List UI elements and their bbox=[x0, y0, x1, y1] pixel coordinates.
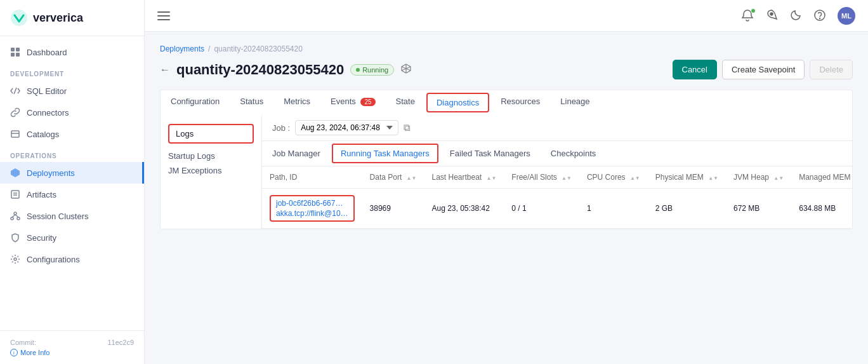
breadcrumb: Deployments / quantity-20240823055420 bbox=[160, 44, 853, 53]
svg-rect-4 bbox=[16, 53, 20, 57]
main-content: ML Deployments / quantity-20240823055420… bbox=[145, 0, 868, 364]
col-managed-mem: Managed MEM ▲▼ bbox=[791, 166, 852, 189]
user-avatar[interactable]: ML bbox=[838, 7, 855, 25]
header-actions: Cancel Create Savepoint Delete bbox=[673, 60, 853, 79]
sidebar-item-dashboard[interactable]: Dashboard bbox=[0, 41, 144, 63]
tab-diagnostics[interactable]: Diagnostics bbox=[426, 93, 489, 112]
topbar-right: ML bbox=[741, 7, 855, 25]
sidebar-item-dashboard-label: Dashboard bbox=[27, 48, 67, 57]
sort-cpu-cores[interactable]: ▲▼ bbox=[630, 176, 640, 181]
table-body: job-0c6f26b6-667… akka.tcp://flink@10… 3… bbox=[262, 189, 852, 229]
path-link[interactable]: job-0c6f26b6-667… bbox=[276, 199, 348, 208]
sort-data-port[interactable]: ▲▼ bbox=[407, 176, 417, 181]
main-tabs: Configuration Status Metrics Events 25 S… bbox=[160, 90, 853, 115]
link-icon bbox=[10, 107, 20, 118]
sort-free-slots[interactable]: ▲▼ bbox=[562, 176, 572, 181]
logo-text: ververica bbox=[33, 11, 83, 25]
id-link[interactable]: akka.tcp://flink@10… bbox=[276, 209, 348, 218]
notification-button[interactable] bbox=[741, 9, 755, 23]
svg-rect-6 bbox=[11, 131, 19, 137]
sidebar-navigation: Dashboard DEVELOPMENT SQL Editor Connect… bbox=[0, 36, 144, 330]
startup-logs-label: Startup Logs bbox=[168, 151, 215, 161]
startup-logs-item[interactable]: Startup Logs bbox=[161, 147, 261, 163]
commit-label: Commit: bbox=[10, 339, 36, 346]
job-selector-row: Job : Aug 23, 2024, 06:37:48 ⧉ bbox=[262, 115, 852, 141]
tab-status[interactable]: Status bbox=[230, 90, 273, 116]
sidebar-item-security-label: Security bbox=[27, 233, 56, 243]
create-savepoint-button[interactable]: Create Savepoint bbox=[722, 60, 805, 79]
sort-jvm-heap[interactable]: ▲▼ bbox=[773, 176, 784, 181]
delete-button[interactable]: Delete bbox=[810, 60, 853, 79]
col-free-all-slots: Free/All Slots ▲▼ bbox=[504, 166, 579, 189]
grid-icon bbox=[10, 47, 20, 57]
rocket-button[interactable] bbox=[765, 9, 779, 23]
sidebar-item-configurations[interactable]: Configurations bbox=[0, 248, 144, 270]
section-label-operations: OPERATIONS bbox=[0, 145, 144, 162]
col-jvm-heap: JVM Heap ▲▼ bbox=[726, 166, 791, 189]
sub-tab-checkpoints[interactable]: Checkpoints bbox=[541, 144, 607, 163]
commit-value: 11ec2c9 bbox=[107, 339, 134, 346]
more-info-link[interactable]: i More Info bbox=[10, 349, 134, 356]
sidebar-footer: Commit: 11ec2c9 i More Info bbox=[0, 330, 144, 364]
jm-exceptions-item[interactable]: JM Exceptions bbox=[161, 163, 261, 178]
sidebar-item-deployments[interactable]: Deployments bbox=[0, 162, 144, 184]
diagnostics-panel: Logs Startup Logs JM Exceptions Job : Au… bbox=[160, 115, 853, 229]
logs-section: Logs bbox=[161, 120, 261, 147]
sidebar-item-security[interactable]: Security bbox=[0, 227, 144, 248]
job-label: Job : bbox=[272, 123, 290, 133]
cube-icon[interactable] bbox=[400, 63, 412, 76]
table-header: Path, ID Data Port ▲▼ Last Heartbeat ▲▼ bbox=[262, 166, 852, 189]
task-managers-table: Path, ID Data Port ▲▼ Last Heartbeat ▲▼ bbox=[262, 166, 852, 229]
breadcrumb-parent[interactable]: Deployments bbox=[160, 44, 204, 53]
svg-rect-1 bbox=[11, 48, 15, 51]
notification-dot bbox=[751, 8, 756, 13]
sidebar-item-catalogs[interactable]: Catalogs bbox=[0, 123, 144, 145]
menu-toggle-button[interactable] bbox=[157, 11, 170, 20]
status-label: Running bbox=[362, 66, 388, 74]
sidebar-item-artifacts[interactable]: Artifacts bbox=[0, 184, 144, 205]
tab-lineage[interactable]: Lineage bbox=[550, 90, 600, 116]
cell-data-port: 38969 bbox=[362, 189, 424, 229]
svg-rect-3 bbox=[11, 53, 15, 57]
sub-tabs: Job Manager Running Task Managers Failed… bbox=[262, 141, 852, 166]
cancel-button[interactable]: Cancel bbox=[673, 60, 717, 79]
svg-text:i: i bbox=[13, 350, 15, 356]
info-icon: i bbox=[10, 349, 18, 356]
tab-metrics[interactable]: Metrics bbox=[273, 90, 320, 116]
col-data-port: Data Port ▲▼ bbox=[362, 166, 424, 189]
code-icon bbox=[10, 86, 20, 96]
page-title-row: ← quantity-20240823055420 Running bbox=[160, 62, 412, 78]
sub-tab-failed-task-managers[interactable]: Failed Task Managers bbox=[440, 144, 541, 163]
breadcrumb-separator: / bbox=[208, 44, 210, 53]
commit-row: Commit: 11ec2c9 bbox=[10, 339, 134, 346]
back-button[interactable]: ← bbox=[160, 64, 170, 76]
logs-button[interactable]: Logs bbox=[168, 124, 254, 144]
copy-button[interactable]: ⧉ bbox=[404, 122, 411, 133]
svg-line-5 bbox=[14, 88, 16, 94]
page-title: quantity-20240823055420 bbox=[176, 62, 344, 78]
help-button[interactable] bbox=[813, 9, 827, 23]
sidebar-item-sql-editor[interactable]: SQL Editor bbox=[0, 80, 144, 102]
cell-path-id: job-0c6f26b6-667… akka.tcp://flink@10… bbox=[262, 189, 362, 229]
tab-configuration[interactable]: Configuration bbox=[161, 90, 230, 116]
tab-events[interactable]: Events 25 bbox=[320, 90, 386, 116]
tab-state[interactable]: State bbox=[386, 90, 425, 116]
status-badge: Running bbox=[350, 64, 394, 76]
sort-physical-mem[interactable]: ▲▼ bbox=[708, 176, 718, 181]
sidebar-item-session-clusters[interactable]: Session Clusters bbox=[0, 205, 144, 227]
cell-physical-mem: 2 GB bbox=[648, 189, 726, 229]
sub-tab-running-task-managers[interactable]: Running Task Managers bbox=[332, 144, 438, 163]
theme-toggle-button[interactable] bbox=[789, 9, 803, 23]
svg-rect-8 bbox=[11, 191, 19, 198]
tab-resources[interactable]: Resources bbox=[490, 90, 550, 116]
sidebar-item-catalogs-label: Catalogs bbox=[27, 130, 59, 139]
catalog-icon bbox=[10, 129, 20, 139]
svg-rect-2 bbox=[16, 48, 20, 51]
job-date-select[interactable]: Aug 23, 2024, 06:37:48 bbox=[295, 120, 398, 135]
sub-tab-job-manager[interactable]: Job Manager bbox=[262, 144, 331, 163]
breadcrumb-current: quantity-20240823055420 bbox=[214, 44, 302, 53]
page-header: ← quantity-20240823055420 Running Cancel… bbox=[160, 60, 853, 79]
sidebar-item-connectors[interactable]: Connectors bbox=[0, 102, 144, 123]
sort-last-heartbeat[interactable]: ▲▼ bbox=[487, 176, 497, 181]
path-id-cell: job-0c6f26b6-667… akka.tcp://flink@10… bbox=[270, 195, 355, 222]
